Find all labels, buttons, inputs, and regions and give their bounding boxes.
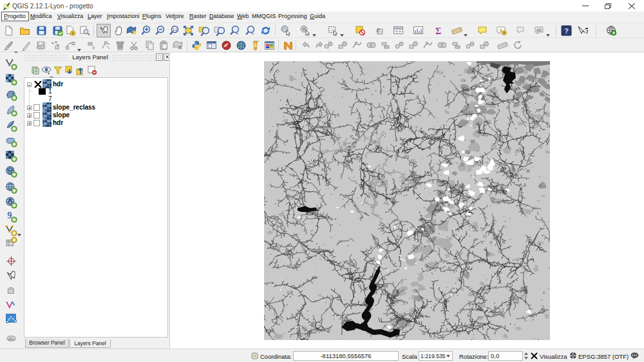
svg-text:ε: ε — [377, 25, 380, 34]
svg-text:?: ? — [564, 27, 569, 35]
svg-text:i: i — [284, 26, 285, 32]
svg-text:a: a — [500, 28, 502, 32]
svg-text:Σ: Σ — [435, 26, 441, 36]
svg-text:?: ? — [585, 26, 588, 35]
svg-text:ab: ab — [536, 28, 542, 32]
svg-text:1:1: 1:1 — [173, 28, 177, 32]
svg-text:abc: abc — [8, 337, 14, 341]
